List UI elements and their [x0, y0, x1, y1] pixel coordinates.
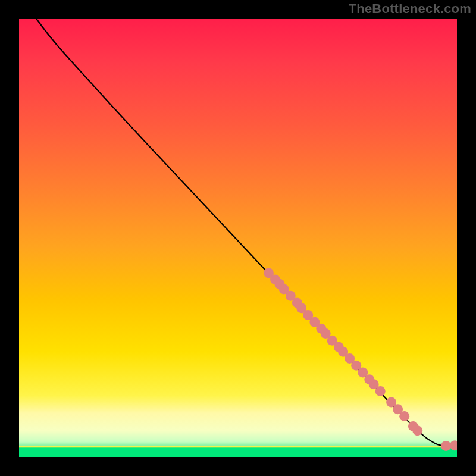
data-point: [375, 386, 386, 396]
plot-overlay: [19, 19, 457, 457]
bottleneck-curve: [36, 19, 457, 446]
chart-stage: TheBottleneck.com: [0, 0, 476, 476]
data-point: [412, 425, 422, 436]
data-point: [399, 411, 409, 421]
data-point-cluster: [264, 268, 457, 451]
attribution-label: TheBottleneck.com: [349, 1, 471, 17]
data-point: [441, 441, 451, 451]
data-point: [450, 440, 457, 450]
